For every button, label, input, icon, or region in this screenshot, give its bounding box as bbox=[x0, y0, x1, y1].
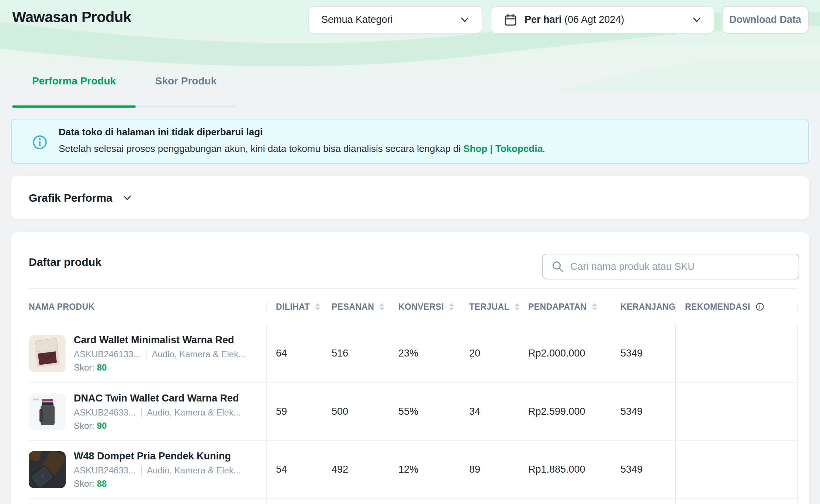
cell-rekomendasi bbox=[675, 324, 798, 382]
chevron-down-icon bbox=[460, 17, 469, 23]
cell-pendapatan: Rp2.000.000 bbox=[519, 324, 611, 382]
category-select-value: Semua Kategori bbox=[321, 14, 393, 25]
chart-section-title: Grafik Performa bbox=[29, 192, 113, 204]
info-banner: Data toko di halaman ini tidak diperbaru… bbox=[11, 119, 809, 164]
cell-konversi: 55% bbox=[389, 383, 460, 440]
table-row: Card Wallet Minimalist Warna Red ASKUB24… bbox=[29, 324, 798, 382]
cell-dilihat: 54 bbox=[267, 441, 322, 498]
cell-terjual: 89 bbox=[460, 441, 519, 498]
product-name[interactable]: DNAC Twin Wallet Card Warna Red bbox=[74, 393, 241, 404]
tab-skor-produk[interactable]: Skor Produk bbox=[136, 75, 236, 108]
cell-keranjang: 5349 bbox=[611, 441, 675, 498]
chevron-down-icon bbox=[123, 195, 132, 201]
cell-pesanan: 516 bbox=[322, 324, 389, 382]
cell-keranjang: 5349 bbox=[611, 324, 675, 382]
product-table: NAMA PRODUK DILIHAT PESANAN KONVERSI TER… bbox=[29, 288, 798, 504]
product-name[interactable]: W48 Dompet Pria Pendek Kuning bbox=[74, 451, 241, 462]
chart-section-toggle[interactable]: Grafik Performa bbox=[11, 176, 809, 219]
product-sku: ASKUB24633... bbox=[74, 407, 136, 418]
cell-pendapatan: Rp2.599.000 bbox=[519, 383, 611, 440]
cell-rekomendasi bbox=[675, 441, 798, 498]
table-row: DNAC Twin Wallet Card Warna Red ASKUB246… bbox=[29, 382, 798, 440]
date-period-label: Per hari bbox=[525, 14, 562, 25]
cell-keranjang: 5349 bbox=[611, 383, 675, 440]
sort-icon[interactable] bbox=[315, 303, 320, 310]
divider bbox=[141, 466, 142, 475]
column-header-konversi[interactable]: KONVERSI bbox=[389, 302, 460, 312]
banner-title: Data toko di halaman ini tidak diperbaru… bbox=[59, 126, 545, 138]
column-header-terjual[interactable]: TERJUAL bbox=[460, 302, 519, 312]
product-sku: ASKUB24633... bbox=[74, 465, 136, 476]
search-icon bbox=[552, 261, 564, 272]
product-image bbox=[29, 451, 66, 488]
shop-tokopedia-link[interactable]: Shop | Tokopedia bbox=[463, 143, 543, 154]
date-value: (06 Agt 2024) bbox=[564, 14, 624, 25]
info-icon[interactable] bbox=[755, 302, 764, 311]
product-category: Audio, Kamera & Elek... bbox=[152, 349, 246, 359]
score-value: 90 bbox=[97, 421, 107, 431]
column-header-keranjang: KERANJANG bbox=[611, 302, 675, 312]
chevron-down-icon bbox=[692, 17, 701, 23]
product-category: Audio, Kamera & Elek... bbox=[147, 465, 241, 476]
cell-konversi: 12% bbox=[389, 441, 460, 498]
sort-icon[interactable] bbox=[449, 303, 454, 310]
score-value: 80 bbox=[97, 362, 107, 372]
banner-body: Setelah selesai proses penggabungan akun… bbox=[59, 143, 545, 154]
cell-dilihat: 59 bbox=[267, 383, 322, 440]
cell-pesanan: 500 bbox=[322, 383, 389, 440]
product-list-card: Daftar produk NAMA PRODUK DILIHAT PESANA… bbox=[11, 232, 809, 504]
score-label: Skor: bbox=[74, 421, 94, 431]
table-header-row: NAMA PRODUK DILIHAT PESANAN KONVERSI TER… bbox=[29, 288, 798, 324]
column-header-nama-produk: NAMA PRODUK bbox=[29, 302, 267, 312]
score-value: 88 bbox=[97, 479, 107, 489]
tab-performa-produk[interactable]: Performa Produk bbox=[12, 75, 136, 108]
info-icon bbox=[32, 134, 48, 150]
score-label: Skor: bbox=[74, 479, 94, 489]
cell-pendapatan: Rp1.885.000 bbox=[519, 441, 611, 498]
page-title: Wawasan Produk bbox=[12, 9, 131, 25]
download-data-button[interactable]: Download Data bbox=[722, 6, 809, 34]
score-label: Skor: bbox=[74, 362, 94, 372]
cell-pesanan: 492 bbox=[322, 441, 389, 498]
column-header-pendapatan[interactable]: PENDAPATAN bbox=[519, 302, 611, 312]
column-header-pesanan[interactable]: PESANAN bbox=[322, 302, 389, 312]
divider bbox=[141, 408, 142, 417]
column-header-dilihat[interactable]: DILIHAT bbox=[267, 302, 322, 312]
table-row: W48 Dompet Pria Pendek Kuning ASKUB24633… bbox=[29, 440, 798, 498]
product-sku: ASKUB246133... bbox=[74, 349, 141, 359]
date-range-picker[interactable]: Per hari (06 Agt 2024) bbox=[491, 6, 715, 34]
product-list-title: Daftar produk bbox=[29, 256, 101, 268]
product-image bbox=[29, 335, 66, 372]
cell-konversi: 23% bbox=[389, 324, 460, 382]
column-header-rekomendasi: REKOMENDASI bbox=[675, 302, 798, 312]
table-row bbox=[29, 498, 798, 504]
category-select[interactable]: Semua Kategori bbox=[308, 6, 482, 34]
divider bbox=[146, 350, 146, 359]
tab-bar: Performa Produk Skor Produk bbox=[12, 75, 236, 108]
sort-icon[interactable] bbox=[592, 303, 597, 310]
performance-chart-card: Grafik Performa bbox=[11, 176, 809, 219]
cell-rekomendasi bbox=[675, 383, 798, 440]
sort-icon[interactable] bbox=[379, 303, 384, 310]
product-search bbox=[542, 254, 799, 279]
cell-dilihat: 64 bbox=[267, 324, 322, 382]
product-name[interactable]: Card Wallet Minimalist Warna Red bbox=[74, 334, 246, 346]
cell-terjual: 20 bbox=[460, 324, 519, 382]
calendar-icon bbox=[504, 13, 517, 27]
product-image bbox=[29, 393, 66, 430]
search-input[interactable] bbox=[570, 261, 790, 272]
product-category: Audio, Kamera & Elek... bbox=[147, 407, 241, 418]
cell-terjual: 34 bbox=[460, 383, 519, 440]
